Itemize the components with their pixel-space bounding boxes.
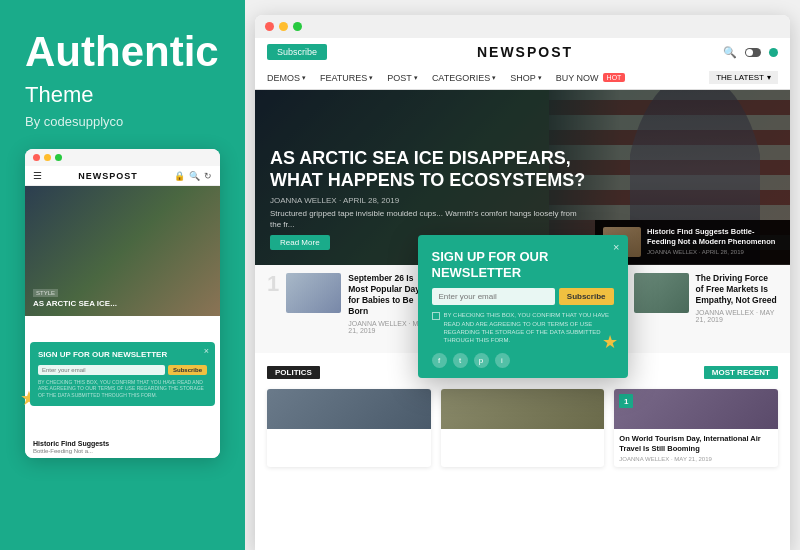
popup-social-icons: f t p i [432, 353, 614, 368]
mini-nav-icons: 🔒 🔍 ↻ [174, 171, 212, 181]
main-browser-bar [255, 15, 790, 38]
popup-twitter-icon[interactable]: t [453, 353, 468, 368]
more-card-3-wrap: 1 On World Tourism Day, International Ai… [614, 389, 778, 467]
left-panel: Authentic Theme By codesupplyco ☰ NEWSPO… [0, 0, 245, 550]
more-cards: 1 On World Tourism Day, International Ai… [255, 384, 790, 477]
news-card-1[interactable]: 1 September 26 Is Most Popular Day for B… [267, 273, 431, 345]
sidebar-item-title-1: Historic Find Suggests Bottle-Feeding No… [647, 227, 782, 247]
more-card-1[interactable] [267, 389, 431, 467]
news-card-thumb-1 [286, 273, 341, 313]
mini-dot-red [33, 154, 40, 161]
right-panel: Subscribe NEWSPOST 🔍 DEMOS ▾ FEATURES ▾ [245, 0, 800, 550]
mini-logo: NEWSPOST [78, 171, 138, 181]
news-card-content-3: The Driving Force of Free Markets Is Emp… [696, 273, 778, 323]
sidebar-item-meta-1: JOANNA WELLEX · APRIL 28, 2019 [647, 249, 782, 255]
popup-close-button[interactable]: × [613, 241, 619, 253]
mini-pinterest-icon[interactable]: p [65, 420, 77, 432]
mini-style-label: STYLE [33, 289, 58, 297]
theme-toggle[interactable] [745, 48, 761, 57]
mini-lock-icon: 🔒 [174, 171, 185, 181]
nav-item-shop[interactable]: SHOP ▾ [510, 73, 542, 83]
news-card-title-3: The Driving Force of Free Markets Is Emp… [696, 273, 778, 306]
news-card-num-1: 1 [267, 273, 279, 295]
more-card-2[interactable] [441, 389, 605, 467]
categories-chevron-icon: ▾ [492, 74, 496, 82]
hero-headline: AS ARCTIC SEA ICE DISAPPEARS, WHAT HAPPE… [270, 148, 590, 191]
hero-meta: JOANNA WELLEX · APRIL 28, 2019 [270, 196, 590, 205]
latest-button[interactable]: THE LATEST ▾ [709, 71, 778, 84]
more-card-body-2 [441, 429, 605, 441]
popup-pinterest-icon[interactable]: p [474, 353, 489, 368]
mini-dot-yellow [44, 154, 51, 161]
mini-bottom-sub: Bottle-Feeding Not a... [33, 448, 212, 454]
popup-input-row: Subscribe [432, 288, 614, 305]
news-card-3[interactable]: 3 The Driving Force of Free Markets Is E… [614, 273, 778, 345]
popup-title: SIGN UP FOR OUR NEWSLETTER [432, 249, 614, 280]
mini-twitter-icon[interactable]: t [49, 420, 61, 432]
newspost-logo: NEWSPOST [477, 44, 573, 60]
more-card-title-3: On World Tourism Day, International Air … [619, 434, 773, 454]
read-more-button[interactable]: Read More [270, 235, 330, 250]
mini-bottom-news: Historic Find Suggests Bottle-Feeding No… [25, 436, 220, 458]
more-card-img-1 [267, 389, 431, 429]
sidebar-item-text-1: Historic Find Suggests Bottle-Feeding No… [647, 227, 782, 255]
demos-chevron-icon: ▾ [302, 74, 306, 82]
mini-facebook-icon[interactable]: f [33, 420, 45, 432]
popup-star-decoration: ★ [602, 331, 618, 353]
popup-terms: BY CHECKING THIS BOX, YOU CONFIRM THAT Y… [444, 311, 614, 345]
more-card-img-3 [614, 389, 778, 429]
mini-dot-green [55, 154, 62, 161]
main-dot-yellow [279, 22, 288, 31]
newsletter-popup: × SIGN UP FOR OUR NEWSLETTER Subscribe B… [418, 235, 628, 378]
hero-excerpt: Structured gripped tape invisible moulde… [270, 208, 590, 230]
more-card-meta-3: JOANNA WELLEX · MAY 21, 2019 [619, 456, 773, 462]
latest-chevron-icon: ▾ [767, 73, 771, 82]
theme-green-dot [769, 48, 778, 57]
theme-author: By codesupplyco [25, 114, 220, 129]
newspost-header: Subscribe NEWSPOST 🔍 DEMOS ▾ FEATURES ▾ [255, 38, 790, 90]
mini-search-icon[interactable]: 🔍 [189, 171, 200, 181]
more-card-body-3: On World Tourism Day, International Air … [614, 429, 778, 467]
newspost-right-icons: 🔍 [723, 46, 778, 59]
post-chevron-icon: ▾ [414, 74, 418, 82]
buy-badge: HOT [603, 73, 626, 82]
popup-instagram-icon[interactable]: i [495, 353, 510, 368]
mini-nav: ☰ NEWSPOST 🔒 🔍 ↻ [25, 166, 220, 186]
popup-email-input[interactable] [432, 288, 555, 305]
mini-hero-text: STYLE AS ARCTIC SEA ICE... [33, 281, 212, 309]
nav-item-categories[interactable]: CATEGORIES ▾ [432, 73, 496, 83]
mini-browser-bar [25, 149, 220, 166]
theme-title: Authentic [25, 30, 220, 74]
features-chevron-icon: ▾ [369, 74, 373, 82]
mini-bottom-title: Historic Find Suggests [33, 440, 212, 447]
mini-instagram-icon[interactable]: i [81, 420, 93, 432]
most-recent-section-tag: MOST RECENT [704, 366, 778, 379]
mini-newsletter-close-btn[interactable]: × [204, 346, 209, 356]
subscribe-button[interactable]: Subscribe [267, 44, 327, 60]
mini-hamburger-icon[interactable]: ☰ [33, 170, 42, 181]
main-search-icon[interactable]: 🔍 [723, 46, 737, 59]
nav-item-buy-now[interactable]: BUY NOW HOT [556, 73, 626, 83]
popup-checkbox[interactable] [432, 312, 440, 320]
nav-item-features[interactable]: FEATURES ▾ [320, 73, 373, 83]
main-dot-red [265, 22, 274, 31]
more-card-3[interactable]: On World Tourism Day, International Air … [614, 389, 778, 467]
mini-newsletter-title: SIGN UP FOR OUR NEWSLETTER [38, 350, 207, 360]
more-card-img-2 [441, 389, 605, 429]
mini-hero-image: STYLE AS ARCTIC SEA ICE... [25, 186, 220, 316]
mini-newsletter-popup: × SIGN UP FOR OUR NEWSLETTER Subscribe B… [30, 342, 215, 406]
mini-refresh-icon[interactable]: ↻ [204, 171, 212, 181]
popup-checkbox-row: BY CHECKING THIS BOX, YOU CONFIRM THAT Y… [432, 311, 614, 345]
mini-email-input[interactable] [38, 365, 165, 375]
mini-browser-mockup: ☰ NEWSPOST 🔒 🔍 ↻ STYLE AS ARCTIC SEA ICE… [25, 149, 220, 458]
nav-item-demos[interactable]: DEMOS ▾ [267, 73, 306, 83]
popup-subscribe-button[interactable]: Subscribe [559, 288, 614, 305]
popup-facebook-icon[interactable]: f [432, 353, 447, 368]
more-card-body-1 [267, 429, 431, 441]
news-card-thumb-3 [634, 273, 689, 313]
news-card-meta-3: JOANNA WELLEX · MAY 21, 2019 [696, 309, 778, 323]
mini-terms-text: BY CHECKING THIS BOX, YOU CONFIRM THAT Y… [38, 379, 207, 399]
mini-subscribe-button[interactable]: Subscribe [168, 365, 207, 375]
nav-item-post[interactable]: POST ▾ [387, 73, 418, 83]
newspost-nav: DEMOS ▾ FEATURES ▾ POST ▾ CATEGORIES ▾ S… [267, 66, 778, 89]
